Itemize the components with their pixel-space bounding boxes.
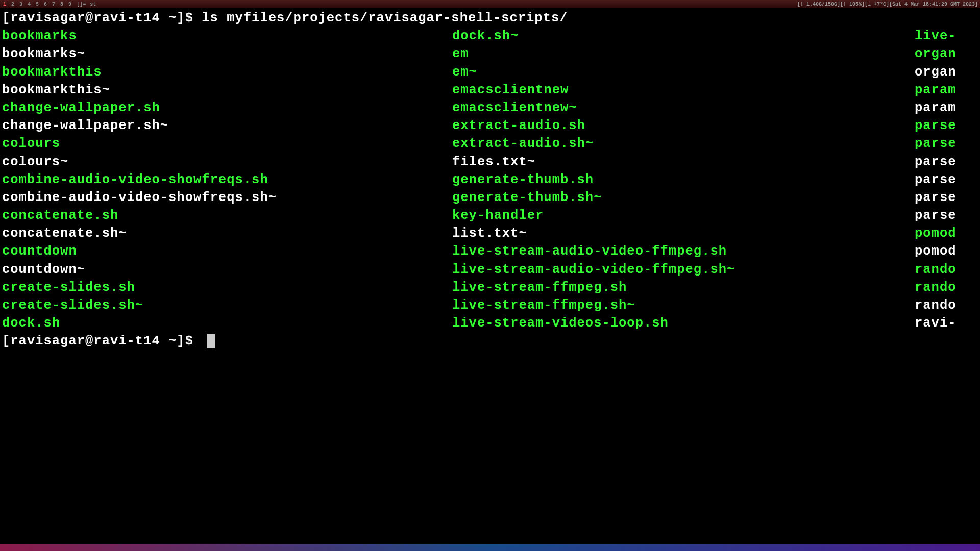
workspace-5[interactable]: 5 (35, 2, 40, 7)
file-entry: param (915, 81, 978, 99)
file-entry: live-stream-audio-video-ffmpeg.sh (452, 242, 915, 260)
file-entry: rando (915, 279, 978, 296)
cursor-block (207, 334, 215, 348)
file-entry: dock.sh (2, 314, 452, 332)
status-bar: [! 1.40G/150G][! 105%][☁ +7°C][Sat 4 Mar… (797, 1, 978, 7)
status-text: [! 1.40G/150G][! 105%][☁ +7°C][Sat 4 Mar… (797, 1, 978, 7)
file-entry: live-stream-ffmpeg.sh~ (452, 296, 915, 314)
file-entry: parse (915, 135, 978, 153)
workspace-8[interactable]: 8 (59, 2, 64, 7)
file-entry: param (915, 99, 978, 117)
file-entry: change-wallpaper.sh (2, 99, 452, 117)
terminal-window[interactable]: [ravisagar@ravi-t14 ~]$ ls myfiles/proje… (0, 8, 980, 352)
file-entry: bookmarks (2, 27, 452, 45)
file-entry: concatenate.sh~ (2, 224, 452, 242)
file-entry: live- (915, 27, 978, 45)
file-entry: change-wallpaper.sh~ (2, 117, 452, 135)
file-entry: combine-audio-video-showfreqs.sh~ (2, 189, 452, 207)
workspace-4[interactable]: 4 (27, 2, 32, 7)
file-entry: pomod (915, 224, 978, 242)
ls-output: bookmarksbookmarks~bookmarkthisbookmarkt… (2, 27, 978, 332)
file-entry: concatenate.sh (2, 207, 452, 224)
workspace-3[interactable]: 3 (18, 2, 23, 7)
file-entry: live-stream-videos-loop.sh (452, 314, 915, 332)
command-line-1: [ravisagar@ravi-t14 ~]$ ls myfiles/proje… (2, 9, 978, 27)
file-entry: generate-thumb.sh~ (452, 189, 915, 207)
file-entry: countdown (2, 242, 452, 260)
workspace-9[interactable]: 9 (67, 2, 72, 7)
window-manager-bar: 1 2 3 4 5 6 7 8 9 []= st [! 1.40G/150G][… (0, 0, 980, 8)
file-entry: bookmarkthis~ (2, 81, 452, 99)
file-entry: files.txt~ (452, 153, 915, 171)
file-entry: parse (915, 117, 978, 135)
file-column-2: dock.sh~emem~emacsclientnewemacsclientne… (452, 27, 915, 332)
file-entry: live-stream-ffmpeg.sh (452, 279, 915, 296)
file-entry: colours (2, 135, 452, 153)
file-column-3: live-organorganparamparamparseparseparse… (915, 27, 978, 332)
file-entry: ravi- (915, 314, 978, 332)
file-entry: extract-audio.sh~ (452, 135, 915, 153)
workspace-7[interactable]: 7 (51, 2, 56, 7)
file-entry: emacsclientnew (452, 81, 915, 99)
file-entry: colours~ (2, 153, 452, 171)
file-entry: parse (915, 153, 978, 171)
file-entry: emacsclientnew~ (452, 99, 915, 117)
desktop-edge (0, 544, 980, 551)
file-entry: generate-thumb.sh (452, 171, 915, 189)
workspace-list: 1 2 3 4 5 6 7 8 9 []= st (2, 2, 96, 7)
workspace-6[interactable]: 6 (43, 2, 48, 7)
file-entry: pomod (915, 242, 978, 260)
file-entry: create-slides.sh~ (2, 296, 452, 314)
file-entry: key-handler (452, 207, 915, 224)
workspace-1[interactable]: 1 (2, 2, 7, 7)
typed-command: ls myfiles/projects/ravisagar-shell-scri… (202, 11, 568, 26)
file-entry: organ (915, 45, 978, 63)
file-entry: combine-audio-video-showfreqs.sh (2, 171, 452, 189)
file-entry: parse (915, 207, 978, 224)
file-column-1: bookmarksbookmarks~bookmarkthisbookmarkt… (2, 27, 452, 332)
file-entry: live-stream-audio-video-ffmpeg.sh~ (452, 261, 915, 279)
file-entry: parse (915, 189, 978, 207)
file-entry: extract-audio.sh (452, 117, 915, 135)
command-line-2: [ravisagar@ravi-t14 ~]$ (2, 332, 978, 350)
file-entry: dock.sh~ (452, 27, 915, 45)
file-entry: create-slides.sh (2, 279, 452, 296)
workspace-2[interactable]: 2 (10, 2, 15, 7)
file-entry: rando (915, 296, 978, 314)
file-entry: list.txt~ (452, 224, 915, 242)
file-entry: em~ (452, 63, 915, 81)
file-entry: bookmarkthis (2, 63, 452, 81)
file-entry: em (452, 45, 915, 63)
shell-prompt: [ravisagar@ravi-t14 ~]$ (2, 11, 202, 26)
layout-indicator: []= (77, 2, 86, 7)
shell-prompt: [ravisagar@ravi-t14 ~]$ (2, 334, 202, 348)
file-entry: parse (915, 171, 978, 189)
file-entry: rando (915, 261, 978, 279)
window-title: st (90, 2, 96, 7)
file-entry: countdown~ (2, 261, 452, 279)
file-entry: bookmarks~ (2, 45, 452, 63)
file-entry: organ (915, 63, 978, 81)
